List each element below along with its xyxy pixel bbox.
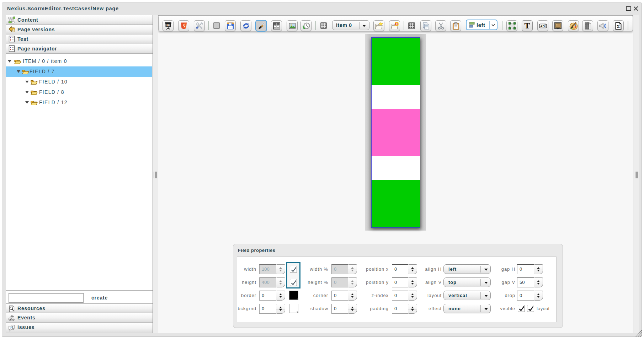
svg-text:5: 5	[182, 24, 185, 28]
svg-text:AB: AB	[540, 24, 545, 28]
svg-text:?: ?	[10, 326, 12, 330]
svg-text:Σ: Σ	[617, 23, 620, 29]
